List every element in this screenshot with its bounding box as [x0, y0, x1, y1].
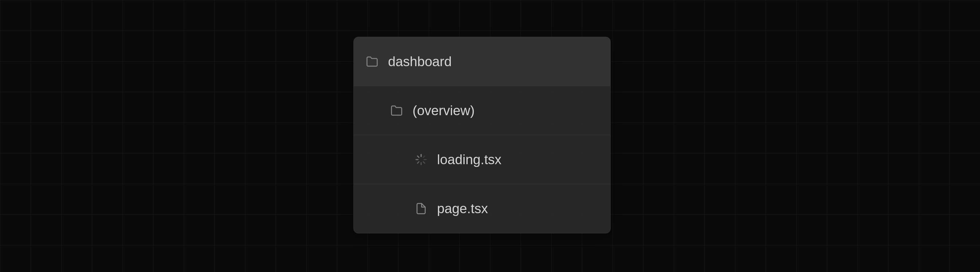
- tree-item-label: (overview): [412, 103, 475, 118]
- file-icon: [415, 202, 427, 215]
- tree-item-label: loading.tsx: [437, 152, 501, 167]
- tree-row-root[interactable]: dashboard: [354, 37, 610, 86]
- folder-icon: [390, 105, 403, 117]
- svg-line-6: [417, 162, 419, 163]
- tree-row-file[interactable]: page.tsx: [354, 184, 610, 233]
- file-tree-panel: dashboard (overview) loading.tsx: [353, 37, 611, 234]
- svg-line-7: [423, 156, 425, 157]
- tree-item-label: dashboard: [388, 54, 452, 69]
- spinner-icon: [415, 153, 427, 166]
- folder-icon: [366, 56, 378, 68]
- svg-line-3: [423, 162, 425, 163]
- tree-row-folder[interactable]: (overview): [354, 86, 610, 135]
- tree-row-file[interactable]: loading.tsx: [354, 135, 610, 184]
- svg-line-2: [417, 156, 419, 157]
- tree-item-label: page.tsx: [437, 201, 488, 216]
